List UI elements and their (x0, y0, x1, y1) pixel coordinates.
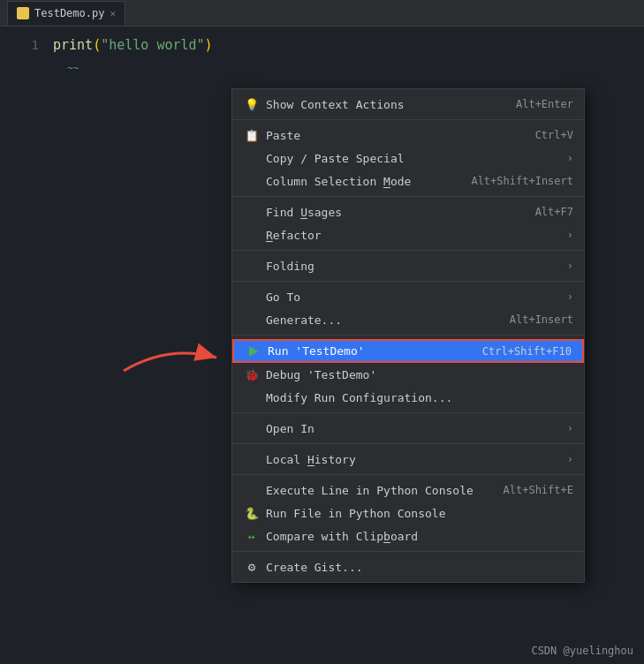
code-tilde: ~~ (67, 63, 79, 74)
menu-item-label-column-selection-mode: Column Selection Mode (266, 175, 453, 188)
menu-item-label-run-testdemo: Run 'TestDemo' (268, 344, 465, 358)
github-logo-icon: ⚙ (248, 560, 255, 574)
menu-separator (232, 474, 584, 475)
tab-filename: TestDemo.py (34, 7, 104, 19)
menu-separator (232, 412, 584, 413)
menu-item-execute-line[interactable]: Execute Line in Python ConsoleAlt+Shift+… (232, 479, 584, 502)
menu-item-copy-paste-special[interactable]: Copy / Paste Special› (232, 147, 584, 170)
menu-item-submenu-arrow-go-to: › (567, 290, 573, 303)
menu-separator (232, 443, 584, 444)
menu-separator (232, 119, 584, 120)
menu-item-submenu-arrow-local-history: › (567, 453, 573, 465)
menu-item-modify-run-config[interactable]: Modify Run Configuration... (232, 386, 584, 409)
menu-item-go-to[interactable]: Go To› (232, 285, 584, 308)
menu-item-label-paste: Paste (266, 129, 518, 142)
menu-separator (232, 551, 584, 552)
code-keyword-print: print (53, 37, 93, 53)
menu-item-label-modify-run-config: Modify Run Configuration... (266, 391, 573, 404)
paste-icon-inner: 📋 (245, 129, 259, 142)
menu-item-submenu-arrow-copy-paste-special: › (567, 152, 573, 164)
menu-item-shortcut-find-usages: Alt+F7 (535, 206, 573, 218)
menu-item-label-go-to: Go To (266, 290, 558, 304)
menu-item-label-execute-line: Execute Line in Python Console (266, 484, 486, 497)
code-paren-open: ( (93, 37, 101, 53)
menu-item-label-generate: Generate... (266, 313, 492, 327)
menu-item-label-find-usages: Find Usages (266, 206, 518, 219)
debug-bug-icon: 🐞 (245, 368, 259, 381)
run-triangle-icon (249, 346, 258, 357)
menu-item-submenu-arrow-open-in: › (567, 422, 573, 434)
menu-separator (232, 335, 584, 336)
bulb-icon: 💡 (243, 98, 261, 111)
bulb-icon-inner: 💡 (245, 98, 259, 111)
menu-item-label-copy-paste-special: Copy / Paste Special (266, 152, 558, 165)
menu-item-find-usages[interactable]: Find UsagesAlt+F7 (232, 200, 584, 223)
tab-close-button[interactable]: × (110, 8, 116, 19)
file-tab[interactable]: TestDemo.py × (7, 1, 125, 26)
menu-item-label-compare-clipboard: Compare with Clipboard (266, 530, 573, 543)
menu-item-column-selection-mode[interactable]: Column Selection ModeAlt+Shift+Insert (232, 170, 584, 192)
menu-item-run-file-python[interactable]: 🐍Run File in Python Console (232, 502, 584, 524)
menu-item-label-run-file-python: Run File in Python Console (266, 507, 573, 520)
tab-bar: TestDemo.py × (0, 0, 644, 26)
paste-icon: 📋 (243, 129, 261, 142)
compare-icon: ↔ (243, 530, 261, 543)
menu-item-shortcut-generate: Alt+Insert (510, 313, 573, 326)
menu-item-open-in[interactable]: Open In› (232, 417, 584, 440)
file-tab-icon (17, 7, 29, 19)
menu-item-label-local-history: Local History (266, 453, 558, 466)
menu-separator (232, 196, 584, 197)
line-number-1: 1 (0, 38, 53, 52)
menu-item-shortcut-column-selection-mode: Alt+Shift+Insert (471, 175, 573, 187)
menu-item-debug-testdemo[interactable]: 🐞Debug 'TestDemo' (232, 363, 584, 386)
menu-item-folding[interactable]: Folding› (232, 254, 584, 277)
code-paren-close: ) (205, 37, 213, 53)
run-icon (245, 346, 262, 357)
menu-item-show-context-actions[interactable]: 💡Show Context ActionsAlt+Enter (232, 93, 584, 116)
menu-item-run-testdemo[interactable]: Run 'TestDemo'Ctrl+Shift+F10 (232, 339, 584, 363)
python-logo-icon: 🐍 (245, 507, 259, 520)
watermark-text: CSDN @yuelinghou (531, 645, 633, 657)
code-content-1: print("hello world") (53, 37, 213, 53)
compare-arrows-icon: ↔ (248, 530, 255, 543)
menu-item-local-history[interactable]: Local History› (232, 448, 584, 471)
menu-item-shortcut-execute-line: Alt+Shift+E (504, 484, 573, 496)
github-icon: ⚙ (243, 560, 261, 574)
menu-item-label-show-context-actions: Show Context Actions (266, 98, 498, 111)
menu-item-paste[interactable]: 📋PasteCtrl+V (232, 124, 584, 147)
menu-item-compare-clipboard[interactable]: ↔Compare with Clipboard (232, 524, 584, 547)
menu-item-shortcut-run-testdemo: Ctrl+Shift+F10 (482, 345, 572, 358)
debug-icon: 🐞 (243, 368, 261, 381)
watermark: CSDN @yuelinghou (531, 645, 633, 657)
menu-item-generate[interactable]: Generate...Alt+Insert (232, 308, 584, 331)
menu-item-label-folding: Folding (266, 260, 558, 273)
menu-item-create-gist[interactable]: ⚙Create Gist... (232, 555, 584, 578)
context-menu: 💡Show Context ActionsAlt+Enter📋PasteCtrl… (231, 88, 585, 583)
menu-item-refactor[interactable]: Refactor› (232, 223, 584, 246)
menu-item-label-refactor: Refactor (266, 229, 558, 242)
menu-item-shortcut-show-context-actions: Alt+Enter (516, 98, 573, 110)
code-string: "hello world" (101, 37, 204, 53)
menu-item-submenu-arrow-refactor: › (567, 229, 573, 241)
python-icon: 🐍 (243, 507, 261, 520)
menu-item-label-create-gist: Create Gist... (266, 561, 573, 574)
menu-item-label-debug-testdemo: Debug 'TestDemo' (266, 368, 573, 381)
menu-separator (232, 281, 584, 282)
menu-item-submenu-arrow-folding: › (567, 260, 573, 272)
menu-item-label-open-in: Open In (266, 422, 558, 435)
menu-item-shortcut-paste: Ctrl+V (535, 129, 573, 141)
menu-separator (232, 250, 584, 251)
